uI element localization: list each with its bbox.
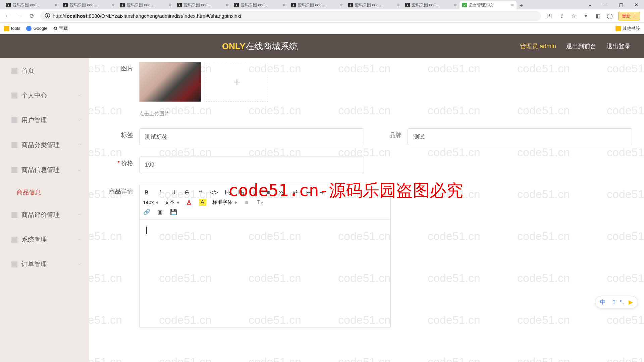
- price-label: *价格: [109, 157, 139, 167]
- tab-6[interactable]: Y源码乐园 cod…×: [345, 1, 402, 9]
- bg-color-button[interactable]: A: [199, 199, 206, 206]
- share-icon[interactable]: ⇪: [558, 13, 565, 19]
- ime-punct-icon[interactable]: º,: [620, 299, 624, 306]
- chevron-down-icon: ﹀: [77, 118, 82, 123]
- ime-toolbar[interactable]: 中 ☽ º, ▶: [595, 296, 638, 308]
- star-icon[interactable]: ☆: [570, 13, 577, 19]
- outdent-button[interactable]: ⇤: [305, 189, 312, 196]
- order-icon: [11, 261, 17, 267]
- profile-icon[interactable]: ◯: [606, 13, 613, 19]
- sidebar-item-orders[interactable]: 订单管理﹀: [0, 252, 89, 277]
- block-type-select[interactable]: 文本◆: [165, 199, 179, 205]
- sidebar-item-users[interactable]: 用户管理﹀: [0, 108, 89, 133]
- bookmark-google[interactable]: Google: [26, 26, 47, 31]
- uploaded-image-thumb[interactable]: [139, 62, 201, 102]
- bookmark-other[interactable]: 其他书签: [615, 25, 640, 32]
- chevron-down-icon: ﹀: [77, 93, 82, 99]
- text-color-button[interactable]: A: [185, 199, 193, 206]
- bold-button[interactable]: B: [143, 189, 150, 196]
- tab-0[interactable]: Y源码乐园 cod…×: [3, 1, 60, 9]
- maximize-icon[interactable]: ▢: [613, 0, 629, 9]
- main-form: 图片 + 点击上传图片 标签 品牌: [89, 58, 644, 362]
- h1-button[interactable]: H₁: [224, 189, 232, 196]
- tab-8[interactable]: ✓后台管理系统×: [460, 1, 517, 9]
- tab-5[interactable]: Y源码乐园 cod…×: [288, 1, 345, 9]
- chevron-down-icon[interactable]: ⌄: [582, 0, 598, 9]
- font-family-select[interactable]: 标准字体◆: [212, 199, 237, 205]
- tab-4[interactable]: Y源码乐园 cod…×: [231, 1, 288, 9]
- chevron-down-icon: ﹀: [77, 142, 82, 148]
- close-icon: ×: [226, 2, 229, 8]
- tab-2[interactable]: Y源码乐园 cod…×: [117, 1, 174, 9]
- update-button[interactable]: 更新 ⋮: [618, 12, 640, 20]
- subscript-button[interactable]: x₂: [278, 189, 285, 196]
- url-input[interactable]: ⓘ http://localhost:8080/ONLYzaixianshang…: [40, 11, 541, 21]
- superscript-button[interactable]: x²: [291, 189, 299, 196]
- underline-button[interactable]: U: [170, 189, 177, 196]
- add-image-button[interactable]: +: [206, 62, 268, 102]
- admin-label[interactable]: 管理员 admin: [520, 42, 556, 50]
- quote-button[interactable]: ❝: [197, 189, 204, 196]
- sidebar-item-home[interactable]: 首页: [0, 58, 89, 83]
- bookmark-baozang[interactable]: ✪宝藏: [53, 25, 68, 32]
- bookmark-bar: tools Google ✪宝藏 其他书签: [0, 23, 644, 34]
- key-icon[interactable]: ⚿: [546, 13, 553, 19]
- ime-zh-icon[interactable]: 中: [600, 298, 606, 306]
- users-icon: [11, 117, 17, 123]
- clear-format-button[interactable]: Tₓ: [257, 199, 264, 206]
- review-icon: [11, 212, 17, 218]
- tag-input[interactable]: [139, 128, 364, 145]
- indent-button[interactable]: ⇥: [318, 189, 326, 196]
- new-tab-button[interactable]: +: [517, 2, 526, 9]
- sidebar-item-system[interactable]: 系统管理﹀: [0, 227, 89, 252]
- price-input[interactable]: [139, 157, 364, 173]
- info-icon: ⓘ: [45, 13, 50, 19]
- save-button[interactable]: 💾: [170, 208, 177, 216]
- ol-button[interactable]: ≣: [251, 189, 259, 196]
- product-icon: [11, 167, 17, 173]
- brand-input[interactable]: [408, 128, 632, 145]
- code-button[interactable]: </>: [210, 189, 218, 196]
- extensions-icon[interactable]: ✦: [582, 13, 589, 19]
- chevron-up-icon: ︿: [77, 167, 82, 173]
- category-icon: [11, 142, 17, 148]
- brand-label: 品牌: [384, 128, 408, 139]
- editor-body[interactable]: [140, 220, 390, 327]
- bookmark-tools[interactable]: tools: [4, 26, 20, 31]
- sidebar: 首页 个人中心﹀ 用户管理﹀ 商品分类管理﹀ 商品信息管理︿ 商品信息 商品评价…: [0, 58, 89, 362]
- h2-button[interactable]: H₂: [238, 189, 245, 196]
- tag-label: 标签: [109, 128, 139, 139]
- strike-button[interactable]: S: [183, 189, 191, 196]
- sidepanel-icon[interactable]: ◧: [594, 13, 601, 19]
- font-size-select[interactable]: 14px◆: [143, 199, 159, 205]
- sidebar-item-reviews[interactable]: 商品评价管理﹀: [0, 202, 89, 227]
- sidebar-item-profile[interactable]: 个人中心﹀: [0, 83, 89, 108]
- tab-1[interactable]: Y源码乐园 cod…×: [60, 1, 117, 9]
- minimize-icon[interactable]: —: [598, 0, 613, 9]
- to-front-link[interactable]: 退出到前台: [566, 42, 596, 50]
- reload-icon[interactable]: ⟳: [28, 12, 36, 20]
- close-icon: ×: [169, 2, 172, 8]
- sidebar-subitem-product-info[interactable]: 商品信息: [0, 182, 89, 202]
- close-icon: ×: [112, 2, 115, 8]
- ul-button[interactable]: ≡: [265, 189, 272, 196]
- logout-link[interactable]: 退出登录: [606, 42, 631, 50]
- image-label: 图片: [109, 62, 139, 72]
- italic-button[interactable]: I: [156, 189, 164, 196]
- link-button[interactable]: 🔗: [143, 208, 150, 216]
- plus-icon: +: [234, 75, 240, 88]
- close-window-icon[interactable]: ✕: [629, 0, 644, 9]
- sidebar-item-category[interactable]: 商品分类管理﹀: [0, 133, 89, 158]
- detail-label: 商品详情: [109, 185, 139, 195]
- close-icon: ×: [511, 2, 514, 8]
- image-button[interactable]: ▣: [156, 208, 164, 216]
- arrow-right-icon[interactable]: ▶: [629, 299, 633, 306]
- align-button[interactable]: ≡: [243, 199, 251, 206]
- sidebar-item-product-info[interactable]: 商品信息管理︿: [0, 158, 89, 182]
- back-icon[interactable]: ←: [4, 12, 11, 19]
- moon-icon[interactable]: ☽: [610, 299, 615, 306]
- app-header: ONLY在线商城系统 管理员 admin 退出到前台 退出登录: [0, 34, 644, 58]
- tab-7[interactable]: Y源码乐园 cod…×: [402, 1, 460, 9]
- forward-icon[interactable]: →: [16, 12, 23, 19]
- tab-3[interactable]: Y源码乐园 cod…×: [174, 1, 231, 9]
